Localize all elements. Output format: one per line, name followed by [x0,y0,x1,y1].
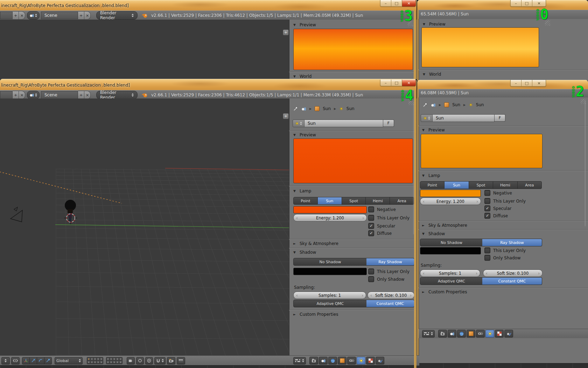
minimize-button[interactable]: – [510,0,522,7]
camera-object[interactable] [10,207,22,222]
world-tab[interactable] [328,357,337,364]
lamp-icon[interactable]: ☀ [339,107,343,111]
editor-type-button[interactable] [422,330,435,338]
object-tab[interactable] [467,330,475,338]
physics-tab[interactable] [376,357,384,364]
titlebar[interactable] [417,0,588,10]
minimize-button[interactable]: – [380,0,391,7]
delete-scene-button[interactable]: × [84,11,91,20]
add-scene-button[interactable]: + [78,91,84,99]
scene-browse-button[interactable] [27,11,40,20]
adaptive-qmc-button[interactable]: Adaptive QMC [293,300,367,307]
scene-name-field[interactable]: Scene [41,12,78,19]
proportional-edit-button[interactable] [145,357,153,364]
negative-checkbox[interactable]: Negative [368,206,396,212]
layout-field-fragment[interactable] [0,12,13,19]
scene-icon[interactable] [431,103,436,107]
render-engine-dropdown[interactable]: Blender Render [96,11,138,20]
shadow-panel-header[interactable]: ▼ Shadow [422,231,445,237]
diffuse-checkbox[interactable]: ✓ Diffuse [484,213,508,219]
lamp-data-tab[interactable] [485,330,494,338]
panel-resize-stripes-icon[interactable] [545,20,550,26]
breadcrumb-data[interactable]: Sun [346,106,355,111]
specular-checkbox[interactable]: ✓ Specular [484,205,511,211]
soft-size-slider[interactable]: ‹ Soft Size: 0.100 › [368,292,414,299]
viewport-3d[interactable] [0,98,289,355]
fake-user-button[interactable]: F [383,120,394,127]
render-engine-dropdown[interactable]: Blender Render [96,91,138,99]
preview-panel-header[interactable]: ▼ Preview [293,22,316,28]
fake-user-button[interactable]: F [495,114,505,122]
lamp-type-sun[interactable]: Sun [318,197,342,205]
maximize-button[interactable]: □ [391,80,402,86]
object-icon[interactable] [444,102,449,107]
scene-tab[interactable] [319,357,328,364]
lamp-type-spot[interactable]: Spot [342,197,366,205]
lamp-type-hemi[interactable]: Hemi [366,197,390,205]
lamp-datablock-button[interactable]: ☀ [293,120,304,127]
close-button[interactable]: × [402,80,416,86]
maximize-button[interactable]: □ [522,0,532,7]
lamp-datablock-button[interactable]: ☀ [421,114,433,122]
lamp-type-sun[interactable]: Sun [444,181,469,189]
custom-properties-panel-header[interactable]: ► Custom Properties [422,289,467,295]
world-panel-header[interactable]: ▼ World [423,71,441,77]
object-tab[interactable] [338,357,346,364]
panel-scrollbar[interactable] [584,100,586,226]
shadow-this-layer-only-checkbox[interactable]: This Layer Only [368,268,410,274]
sky-atmosphere-panel-header[interactable]: ► Sky & Atmosphere [293,240,338,246]
lock-to-scene-button[interactable] [127,357,135,364]
constant-qmc-button[interactable]: Constant QMC [366,300,414,307]
this-layer-only-checkbox[interactable]: This Layer Only [368,215,410,221]
add-layout-button[interactable]: + [13,11,19,20]
no-shadow-button[interactable]: No Shadow [293,258,367,266]
no-shadow-button[interactable]: No Shadow [420,239,483,246]
scene-name-field[interactable]: Scene [41,91,78,99]
snap-button[interactable] [154,357,166,364]
scene-tab[interactable] [448,330,456,338]
lamp-data-tab[interactable] [357,357,365,364]
layout-field-fragment[interactable] [0,91,13,99]
constraints-tab[interactable] [476,330,485,338]
preview-panel-header[interactable]: ▼ Preview [422,127,445,133]
editor-type-fragment[interactable] [1,357,10,364]
preview-panel-header[interactable]: ▼ Preview [423,21,446,27]
name-input[interactable]: Sun [433,114,495,122]
snap-circle-button[interactable] [136,357,144,364]
lamp-color-swatch[interactable] [420,190,481,197]
diffuse-checkbox[interactable]: ✓ Diffuse [368,230,392,236]
breadcrumb-object[interactable]: Sun [323,106,331,111]
maximize-button[interactable]: □ [522,80,532,87]
delete-scene-button[interactable]: × [84,91,91,99]
panel-resize-stripes-icon[interactable] [408,21,413,26]
lamp-panel-header[interactable]: ▼ Lamp [422,172,440,178]
titlebar[interactable]: linecraft_Rig\AfroByte Perfecta Gesticua… [0,79,416,90]
soft-size-slider[interactable]: ‹ Soft Size: 0.100 › [483,270,542,277]
close-button[interactable]: × [402,0,416,7]
layer-toggle-grid-2[interactable] [106,357,122,364]
render-tab[interactable] [309,357,318,364]
render-tab[interactable] [438,330,447,338]
constraints-tab[interactable] [347,357,356,364]
manipulator-axes-button[interactable] [22,357,30,364]
adaptive-qmc-button[interactable]: Adaptive QMC [420,277,483,285]
negative-checkbox[interactable]: Negative [484,190,512,196]
lamp-panel-header[interactable]: ▼ Lamp [293,188,311,194]
maximize-button[interactable]: □ [391,0,402,7]
scene-icon[interactable] [301,107,306,111]
manipulator-rotate-button[interactable] [37,357,44,364]
shadow-color-swatch[interactable] [293,268,367,275]
viewport-region-plus-button[interactable]: + [283,113,289,119]
texture-tab[interactable] [366,357,375,364]
sky-atmosphere-panel-header[interactable]: ► Sky & Atmosphere [422,222,467,228]
timeline-strip[interactable] [417,363,588,368]
titlebar[interactable]: inecraft_Rig\AfroByte Perfecta Gesticual… [0,0,416,11]
close-button[interactable]: × [532,0,546,7]
layer-toggle-grid-1[interactable] [87,357,103,364]
add-scene-button[interactable]: + [78,11,84,20]
only-shadow-checkbox[interactable]: Only Shadow [368,276,405,282]
shadow-this-layer-only-checkbox[interactable]: This Layer Only [484,247,526,253]
lamp-color-swatch[interactable] [293,206,367,213]
samples-slider[interactable]: ‹ Samples: 1 › [293,292,366,299]
lamp-type-point[interactable]: Point [420,181,444,189]
